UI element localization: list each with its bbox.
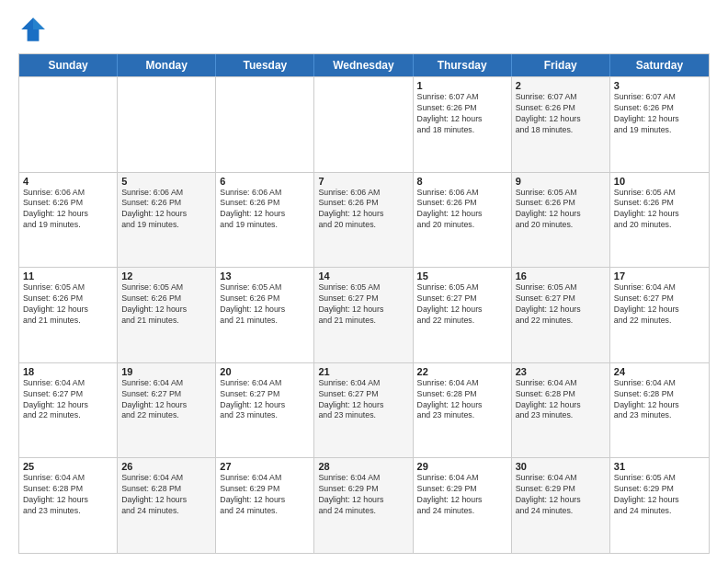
day-info: Sunrise: 6:07 AM Sunset: 6:26 PM Dayligh… bbox=[614, 92, 705, 136]
day-info: Sunrise: 6:06 AM Sunset: 6:26 PM Dayligh… bbox=[23, 188, 113, 232]
day-info: Sunrise: 6:05 AM Sunset: 6:27 PM Dayligh… bbox=[417, 282, 507, 327]
calendar-cell: 24Sunrise: 6:04 AM Sunset: 6:28 PM Dayli… bbox=[610, 363, 709, 458]
day-info: Sunrise: 6:05 AM Sunset: 6:26 PM Dayligh… bbox=[23, 282, 113, 327]
day-info: Sunrise: 6:06 AM Sunset: 6:26 PM Dayligh… bbox=[121, 188, 211, 232]
day-number: 24 bbox=[614, 366, 705, 377]
day-number: 22 bbox=[417, 366, 507, 377]
calendar-cell: 27Sunrise: 6:04 AM Sunset: 6:29 PM Dayli… bbox=[216, 458, 314, 553]
calendar-cell: 31Sunrise: 6:05 AM Sunset: 6:29 PM Dayli… bbox=[610, 458, 709, 553]
day-number: 30 bbox=[516, 461, 606, 472]
logo bbox=[18, 15, 51, 44]
calendar-cell: 17Sunrise: 6:04 AM Sunset: 6:27 PM Dayli… bbox=[610, 268, 709, 362]
day-number: 16 bbox=[516, 270, 606, 282]
day-number: 15 bbox=[417, 270, 507, 282]
calendar-body: 1Sunrise: 6:07 AM Sunset: 6:26 PM Daylig… bbox=[19, 76, 709, 553]
calendar-cell: 20Sunrise: 6:04 AM Sunset: 6:27 PM Dayli… bbox=[216, 363, 314, 458]
calendar-cell: 8Sunrise: 6:06 AM Sunset: 6:26 PM Daylig… bbox=[414, 173, 512, 268]
calendar-cell: 23Sunrise: 6:04 AM Sunset: 6:28 PM Dayli… bbox=[512, 363, 610, 458]
day-number: 19 bbox=[121, 366, 211, 377]
page: SundayMondayTuesdayWednesdayThursdayFrid… bbox=[0, 0, 728, 563]
calendar-cell: 29Sunrise: 6:04 AM Sunset: 6:29 PM Dayli… bbox=[414, 458, 512, 553]
calendar-cell: 1Sunrise: 6:07 AM Sunset: 6:26 PM Daylig… bbox=[414, 77, 512, 172]
day-info: Sunrise: 6:04 AM Sunset: 6:28 PM Dayligh… bbox=[516, 378, 606, 422]
header-day-saturday: Saturday bbox=[610, 54, 709, 76]
day-number: 29 bbox=[417, 461, 507, 472]
day-number: 7 bbox=[318, 176, 408, 187]
calendar-cell bbox=[314, 77, 413, 172]
day-info: Sunrise: 6:04 AM Sunset: 6:28 PM Dayligh… bbox=[23, 473, 113, 517]
calendar-cell: 5Sunrise: 6:06 AM Sunset: 6:26 PM Daylig… bbox=[118, 173, 216, 268]
header-day-sunday: Sunday bbox=[19, 54, 118, 76]
day-number: 14 bbox=[318, 270, 408, 282]
day-info: Sunrise: 6:06 AM Sunset: 6:26 PM Dayligh… bbox=[220, 188, 310, 232]
calendar-row-1: 1Sunrise: 6:07 AM Sunset: 6:26 PM Daylig… bbox=[19, 76, 709, 172]
day-info: Sunrise: 6:04 AM Sunset: 6:27 PM Dayligh… bbox=[318, 378, 408, 422]
calendar-cell: 9Sunrise: 6:05 AM Sunset: 6:26 PM Daylig… bbox=[512, 173, 610, 268]
day-number: 23 bbox=[516, 366, 606, 377]
calendar-cell bbox=[216, 77, 314, 172]
day-number: 6 bbox=[220, 176, 310, 187]
day-number: 26 bbox=[121, 461, 211, 472]
calendar-cell: 25Sunrise: 6:04 AM Sunset: 6:28 PM Dayli… bbox=[19, 458, 118, 553]
calendar-row-5: 25Sunrise: 6:04 AM Sunset: 6:28 PM Dayli… bbox=[19, 457, 709, 553]
calendar-cell: 12Sunrise: 6:05 AM Sunset: 6:26 PM Dayli… bbox=[118, 268, 216, 362]
calendar-cell: 13Sunrise: 6:05 AM Sunset: 6:26 PM Dayli… bbox=[216, 268, 314, 362]
calendar-cell bbox=[19, 77, 118, 172]
calendar-cell: 3Sunrise: 6:07 AM Sunset: 6:26 PM Daylig… bbox=[610, 77, 709, 172]
calendar-row-4: 18Sunrise: 6:04 AM Sunset: 6:27 PM Dayli… bbox=[19, 362, 709, 458]
calendar-row-2: 4Sunrise: 6:06 AM Sunset: 6:26 PM Daylig… bbox=[19, 172, 709, 268]
calendar: SundayMondayTuesdayWednesdayThursdayFrid… bbox=[18, 53, 710, 554]
day-info: Sunrise: 6:04 AM Sunset: 6:29 PM Dayligh… bbox=[516, 473, 606, 517]
day-number: 3 bbox=[614, 80, 705, 91]
calendar-cell: 30Sunrise: 6:04 AM Sunset: 6:29 PM Dayli… bbox=[512, 458, 610, 553]
calendar-cell: 16Sunrise: 6:05 AM Sunset: 6:27 PM Dayli… bbox=[512, 268, 610, 362]
day-info: Sunrise: 6:07 AM Sunset: 6:26 PM Dayligh… bbox=[516, 92, 606, 136]
day-number: 8 bbox=[417, 176, 507, 187]
day-number: 10 bbox=[614, 176, 705, 187]
calendar-cell: 15Sunrise: 6:05 AM Sunset: 6:27 PM Dayli… bbox=[414, 268, 512, 362]
calendar-cell: 14Sunrise: 6:05 AM Sunset: 6:27 PM Dayli… bbox=[314, 268, 413, 362]
day-number: 17 bbox=[614, 270, 705, 282]
day-number: 12 bbox=[121, 270, 211, 282]
calendar-cell: 7Sunrise: 6:06 AM Sunset: 6:26 PM Daylig… bbox=[314, 173, 413, 268]
day-number: 31 bbox=[614, 461, 705, 472]
header-day-monday: Monday bbox=[118, 54, 216, 76]
day-info: Sunrise: 6:05 AM Sunset: 6:26 PM Dayligh… bbox=[516, 188, 606, 232]
day-info: Sunrise: 6:04 AM Sunset: 6:28 PM Dayligh… bbox=[121, 473, 211, 517]
calendar-cell: 22Sunrise: 6:04 AM Sunset: 6:28 PM Dayli… bbox=[414, 363, 512, 458]
day-number: 9 bbox=[516, 176, 606, 187]
day-number: 5 bbox=[121, 176, 211, 187]
day-number: 13 bbox=[220, 270, 310, 282]
header bbox=[18, 15, 710, 44]
day-info: Sunrise: 6:05 AM Sunset: 6:26 PM Dayligh… bbox=[121, 282, 211, 327]
day-info: Sunrise: 6:05 AM Sunset: 6:26 PM Dayligh… bbox=[220, 282, 310, 327]
day-info: Sunrise: 6:04 AM Sunset: 6:27 PM Dayligh… bbox=[121, 378, 211, 422]
svg-marker-1 bbox=[33, 17, 45, 29]
day-info: Sunrise: 6:04 AM Sunset: 6:28 PM Dayligh… bbox=[417, 378, 507, 422]
day-info: Sunrise: 6:06 AM Sunset: 6:26 PM Dayligh… bbox=[318, 188, 408, 232]
header-day-thursday: Thursday bbox=[414, 54, 512, 76]
day-number: 4 bbox=[23, 176, 113, 187]
day-info: Sunrise: 6:04 AM Sunset: 6:28 PM Dayligh… bbox=[614, 378, 705, 422]
calendar-cell: 18Sunrise: 6:04 AM Sunset: 6:27 PM Dayli… bbox=[19, 363, 118, 458]
day-number: 28 bbox=[318, 461, 408, 472]
day-number: 18 bbox=[23, 366, 113, 377]
day-number: 2 bbox=[516, 80, 606, 91]
day-info: Sunrise: 6:04 AM Sunset: 6:29 PM Dayligh… bbox=[417, 473, 507, 517]
day-info: Sunrise: 6:04 AM Sunset: 6:29 PM Dayligh… bbox=[318, 473, 408, 517]
day-info: Sunrise: 6:06 AM Sunset: 6:26 PM Dayligh… bbox=[417, 188, 507, 232]
calendar-cell: 21Sunrise: 6:04 AM Sunset: 6:27 PM Dayli… bbox=[314, 363, 413, 458]
day-number: 21 bbox=[318, 366, 408, 377]
calendar-cell bbox=[118, 77, 216, 172]
calendar-cell: 11Sunrise: 6:05 AM Sunset: 6:26 PM Dayli… bbox=[19, 268, 118, 362]
calendar-cell: 19Sunrise: 6:04 AM Sunset: 6:27 PM Dayli… bbox=[118, 363, 216, 458]
calendar-header: SundayMondayTuesdayWednesdayThursdayFrid… bbox=[19, 54, 709, 76]
day-info: Sunrise: 6:04 AM Sunset: 6:27 PM Dayligh… bbox=[220, 378, 310, 422]
day-number: 20 bbox=[220, 366, 310, 377]
day-info: Sunrise: 6:04 AM Sunset: 6:29 PM Dayligh… bbox=[220, 473, 310, 517]
calendar-cell: 4Sunrise: 6:06 AM Sunset: 6:26 PM Daylig… bbox=[19, 173, 118, 268]
logo-icon bbox=[18, 15, 48, 44]
day-number: 11 bbox=[23, 270, 113, 282]
header-day-friday: Friday bbox=[512, 54, 610, 76]
calendar-cell: 2Sunrise: 6:07 AM Sunset: 6:26 PM Daylig… bbox=[512, 77, 610, 172]
